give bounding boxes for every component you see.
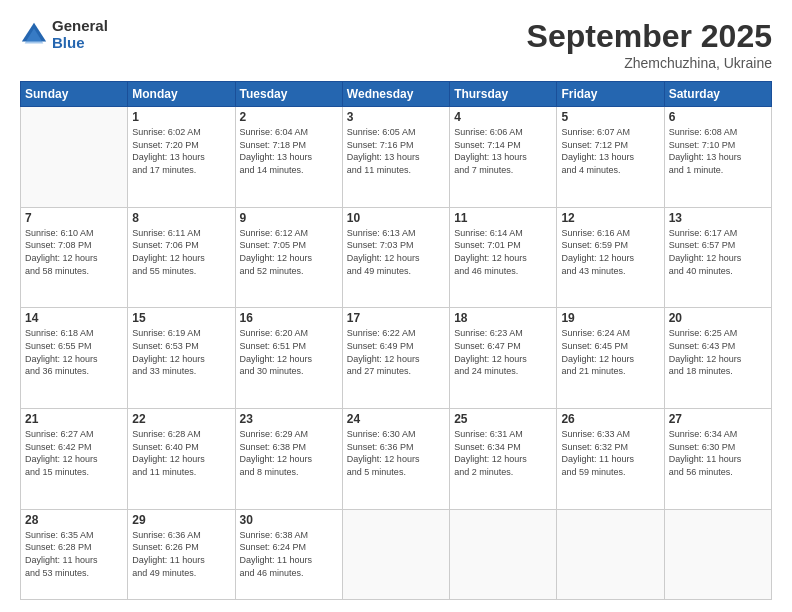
table-row (450, 509, 557, 599)
calendar-row: 21Sunrise: 6:27 AM Sunset: 6:42 PM Dayli… (21, 409, 772, 510)
day-number: 19 (561, 311, 659, 325)
table-row: 28Sunrise: 6:35 AM Sunset: 6:28 PM Dayli… (21, 509, 128, 599)
day-info: Sunrise: 6:17 AM Sunset: 6:57 PM Dayligh… (669, 227, 767, 277)
table-row (664, 509, 771, 599)
table-row (21, 107, 128, 208)
day-info: Sunrise: 6:34 AM Sunset: 6:30 PM Dayligh… (669, 428, 767, 478)
table-row: 25Sunrise: 6:31 AM Sunset: 6:34 PM Dayli… (450, 409, 557, 510)
day-info: Sunrise: 6:28 AM Sunset: 6:40 PM Dayligh… (132, 428, 230, 478)
table-row: 24Sunrise: 6:30 AM Sunset: 6:36 PM Dayli… (342, 409, 449, 510)
day-info: Sunrise: 6:13 AM Sunset: 7:03 PM Dayligh… (347, 227, 445, 277)
day-info: Sunrise: 6:14 AM Sunset: 7:01 PM Dayligh… (454, 227, 552, 277)
day-info: Sunrise: 6:04 AM Sunset: 7:18 PM Dayligh… (240, 126, 338, 176)
calendar-row: 7Sunrise: 6:10 AM Sunset: 7:08 PM Daylig… (21, 207, 772, 308)
logo-general-text: General (52, 18, 108, 35)
calendar-row: 14Sunrise: 6:18 AM Sunset: 6:55 PM Dayli… (21, 308, 772, 409)
logo: General Blue (20, 18, 108, 51)
table-row: 14Sunrise: 6:18 AM Sunset: 6:55 PM Dayli… (21, 308, 128, 409)
day-number: 18 (454, 311, 552, 325)
day-info: Sunrise: 6:18 AM Sunset: 6:55 PM Dayligh… (25, 327, 123, 377)
day-info: Sunrise: 6:30 AM Sunset: 6:36 PM Dayligh… (347, 428, 445, 478)
table-row (557, 509, 664, 599)
logo-blue-text: Blue (52, 35, 108, 52)
day-number: 4 (454, 110, 552, 124)
header-sunday: Sunday (21, 82, 128, 107)
calendar-page: General Blue September 2025 Zhemchuzhina… (0, 0, 792, 612)
table-row: 11Sunrise: 6:14 AM Sunset: 7:01 PM Dayli… (450, 207, 557, 308)
header-tuesday: Tuesday (235, 82, 342, 107)
header-friday: Friday (557, 82, 664, 107)
table-row: 21Sunrise: 6:27 AM Sunset: 6:42 PM Dayli… (21, 409, 128, 510)
day-info: Sunrise: 6:06 AM Sunset: 7:14 PM Dayligh… (454, 126, 552, 176)
table-row: 13Sunrise: 6:17 AM Sunset: 6:57 PM Dayli… (664, 207, 771, 308)
day-number: 3 (347, 110, 445, 124)
day-number: 1 (132, 110, 230, 124)
day-info: Sunrise: 6:27 AM Sunset: 6:42 PM Dayligh… (25, 428, 123, 478)
table-row (342, 509, 449, 599)
table-row: 2Sunrise: 6:04 AM Sunset: 7:18 PM Daylig… (235, 107, 342, 208)
table-row: 6Sunrise: 6:08 AM Sunset: 7:10 PM Daylig… (664, 107, 771, 208)
header-thursday: Thursday (450, 82, 557, 107)
calendar-table: Sunday Monday Tuesday Wednesday Thursday… (20, 81, 772, 600)
table-row: 15Sunrise: 6:19 AM Sunset: 6:53 PM Dayli… (128, 308, 235, 409)
table-row: 19Sunrise: 6:24 AM Sunset: 6:45 PM Dayli… (557, 308, 664, 409)
day-info: Sunrise: 6:16 AM Sunset: 6:59 PM Dayligh… (561, 227, 659, 277)
table-row: 26Sunrise: 6:33 AM Sunset: 6:32 PM Dayli… (557, 409, 664, 510)
day-number: 28 (25, 513, 123, 527)
day-info: Sunrise: 6:07 AM Sunset: 7:12 PM Dayligh… (561, 126, 659, 176)
day-info: Sunrise: 6:24 AM Sunset: 6:45 PM Dayligh… (561, 327, 659, 377)
table-row: 22Sunrise: 6:28 AM Sunset: 6:40 PM Dayli… (128, 409, 235, 510)
day-info: Sunrise: 6:33 AM Sunset: 6:32 PM Dayligh… (561, 428, 659, 478)
day-info: Sunrise: 6:05 AM Sunset: 7:16 PM Dayligh… (347, 126, 445, 176)
table-row: 30Sunrise: 6:38 AM Sunset: 6:24 PM Dayli… (235, 509, 342, 599)
table-row: 12Sunrise: 6:16 AM Sunset: 6:59 PM Dayli… (557, 207, 664, 308)
table-row: 8Sunrise: 6:11 AM Sunset: 7:06 PM Daylig… (128, 207, 235, 308)
header-monday: Monday (128, 82, 235, 107)
day-info: Sunrise: 6:38 AM Sunset: 6:24 PM Dayligh… (240, 529, 338, 579)
day-number: 22 (132, 412, 230, 426)
calendar-row: 28Sunrise: 6:35 AM Sunset: 6:28 PM Dayli… (21, 509, 772, 599)
day-info: Sunrise: 6:36 AM Sunset: 6:26 PM Dayligh… (132, 529, 230, 579)
day-info: Sunrise: 6:12 AM Sunset: 7:05 PM Dayligh… (240, 227, 338, 277)
day-info: Sunrise: 6:08 AM Sunset: 7:10 PM Dayligh… (669, 126, 767, 176)
day-number: 7 (25, 211, 123, 225)
calendar-row: 1Sunrise: 6:02 AM Sunset: 7:20 PM Daylig… (21, 107, 772, 208)
day-info: Sunrise: 6:23 AM Sunset: 6:47 PM Dayligh… (454, 327, 552, 377)
day-number: 25 (454, 412, 552, 426)
day-info: Sunrise: 6:19 AM Sunset: 6:53 PM Dayligh… (132, 327, 230, 377)
day-number: 20 (669, 311, 767, 325)
day-info: Sunrise: 6:20 AM Sunset: 6:51 PM Dayligh… (240, 327, 338, 377)
day-number: 23 (240, 412, 338, 426)
day-number: 16 (240, 311, 338, 325)
day-number: 9 (240, 211, 338, 225)
day-number: 27 (669, 412, 767, 426)
day-number: 15 (132, 311, 230, 325)
logo-icon (20, 21, 48, 49)
table-row: 1Sunrise: 6:02 AM Sunset: 7:20 PM Daylig… (128, 107, 235, 208)
day-info: Sunrise: 6:11 AM Sunset: 7:06 PM Dayligh… (132, 227, 230, 277)
day-number: 13 (669, 211, 767, 225)
day-number: 8 (132, 211, 230, 225)
day-info: Sunrise: 6:25 AM Sunset: 6:43 PM Dayligh… (669, 327, 767, 377)
day-number: 11 (454, 211, 552, 225)
table-row: 27Sunrise: 6:34 AM Sunset: 6:30 PM Dayli… (664, 409, 771, 510)
day-number: 29 (132, 513, 230, 527)
day-number: 21 (25, 412, 123, 426)
table-row: 5Sunrise: 6:07 AM Sunset: 7:12 PM Daylig… (557, 107, 664, 208)
day-number: 26 (561, 412, 659, 426)
day-number: 6 (669, 110, 767, 124)
day-info: Sunrise: 6:22 AM Sunset: 6:49 PM Dayligh… (347, 327, 445, 377)
day-number: 2 (240, 110, 338, 124)
table-row: 16Sunrise: 6:20 AM Sunset: 6:51 PM Dayli… (235, 308, 342, 409)
day-info: Sunrise: 6:31 AM Sunset: 6:34 PM Dayligh… (454, 428, 552, 478)
table-row: 9Sunrise: 6:12 AM Sunset: 7:05 PM Daylig… (235, 207, 342, 308)
day-info: Sunrise: 6:10 AM Sunset: 7:08 PM Dayligh… (25, 227, 123, 277)
table-row: 4Sunrise: 6:06 AM Sunset: 7:14 PM Daylig… (450, 107, 557, 208)
day-number: 17 (347, 311, 445, 325)
table-row: 17Sunrise: 6:22 AM Sunset: 6:49 PM Dayli… (342, 308, 449, 409)
month-title: September 2025 (527, 18, 772, 55)
table-row: 23Sunrise: 6:29 AM Sunset: 6:38 PM Dayli… (235, 409, 342, 510)
day-info: Sunrise: 6:02 AM Sunset: 7:20 PM Dayligh… (132, 126, 230, 176)
weekday-header-row: Sunday Monday Tuesday Wednesday Thursday… (21, 82, 772, 107)
table-row: 10Sunrise: 6:13 AM Sunset: 7:03 PM Dayli… (342, 207, 449, 308)
